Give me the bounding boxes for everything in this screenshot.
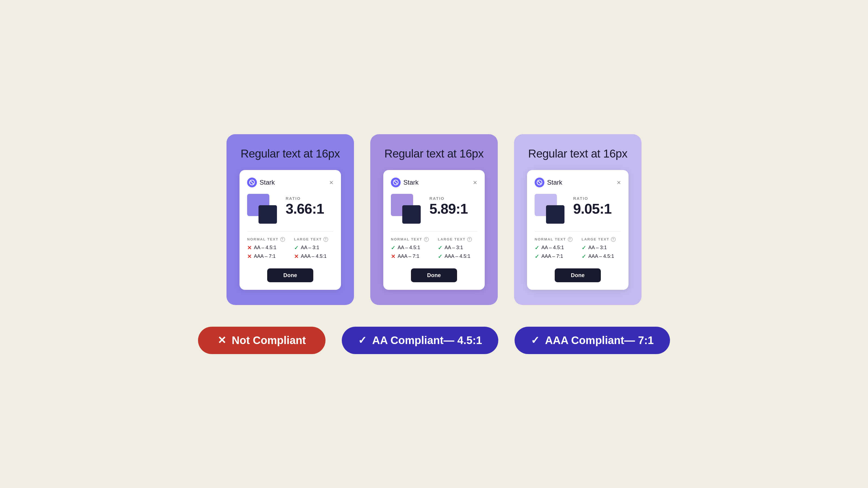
check-icon: ✓ [535, 253, 539, 260]
card-title-3: Regular text at 16px [528, 147, 627, 160]
large-text-help-icon[interactable]: ? [323, 237, 328, 242]
badge-label-1: Not Compliant [231, 334, 306, 347]
badge-badge-aaa-compliant: ✓AAA Compliant— 7:1 [515, 327, 670, 354]
color-swatch [391, 194, 421, 224]
cross-icon: ✕ [247, 245, 252, 251]
normal-text-label: NORMAL TEXT? [247, 237, 286, 242]
normal-compliance-item-2: ✕AAA – 7:1 [391, 253, 430, 260]
compliance-level-text: AA – 4.5:1 [398, 245, 420, 251]
badge-badge-not-compliant: ✕Not Compliant [198, 327, 326, 354]
done-button[interactable]: Done [555, 268, 601, 282]
svg-line-1 [250, 181, 254, 184]
badge-label-3: AAA Compliant— 7:1 [545, 334, 654, 347]
normal-compliance-item-1: ✓AA – 4.5:1 [535, 245, 574, 251]
check-icon: ✓ [438, 245, 442, 251]
ratio-label: RATIO [286, 196, 324, 201]
large-text-label: LARGE TEXT? [438, 237, 477, 242]
compliance-level-text: AA – 4.5:1 [541, 245, 564, 251]
card-1: Regular text at 16px Stark×RATIO3.66:1NO… [226, 134, 354, 305]
normal-text-label: NORMAL TEXT? [535, 237, 574, 242]
normal-compliance-item-2: ✕AAA – 7:1 [247, 253, 286, 260]
card-3: Regular text at 16px Stark×RATIO9.05:1NO… [514, 134, 642, 305]
compliance-level-text: AA – 4.5:1 [254, 245, 276, 251]
large-compliance-item-1: ✓AA – 3:1 [582, 245, 621, 251]
stark-panel-3: Stark×RATIO9.05:1NORMAL TEXT?✓AA – 4.5:1… [527, 170, 628, 290]
stark-panel-1: Stark×RATIO3.66:1NORMAL TEXT?✕AA – 4.5:1… [240, 170, 341, 290]
compliance-level-text: AAA – 7:1 [254, 254, 276, 259]
badge-label-2: AA Compliant— 4.5:1 [372, 334, 482, 347]
large-text-help-icon[interactable]: ? [467, 237, 472, 242]
compliance-level-text: AAA – 7:1 [541, 254, 563, 259]
badge-icon-1: ✕ [218, 334, 226, 346]
panel-close-button[interactable]: × [329, 179, 333, 186]
large-compliance-item-1: ✓AA – 3:1 [438, 245, 477, 251]
compliance-level-text: AA – 3:1 [301, 245, 319, 251]
panel-close-button[interactable]: × [473, 179, 477, 186]
large-compliance-item-1: ✓AA – 3:1 [294, 245, 333, 251]
large-compliance-item-2: ✓AAA – 4.5:1 [582, 253, 621, 260]
cross-icon: ✕ [247, 253, 252, 260]
compliance-level-text: AA – 3:1 [444, 245, 463, 251]
compliance-level-text: AAA – 4.5:1 [301, 254, 327, 259]
check-icon: ✓ [391, 245, 396, 251]
normal-compliance-item-2: ✓AAA – 7:1 [535, 253, 574, 260]
large-compliance-item-2: ✕AAA – 4.5:1 [294, 253, 333, 260]
ratio-value: 9.05:1 [573, 202, 611, 216]
stark-brand-name: Stark [259, 178, 275, 186]
done-button[interactable]: Done [267, 268, 314, 282]
stark-logo-icon [391, 177, 401, 187]
ratio-label: RATIO [429, 196, 468, 201]
stark-logo-icon [535, 177, 545, 187]
large-text-label: LARGE TEXT? [294, 237, 333, 242]
cards-row: Regular text at 16px Stark×RATIO3.66:1NO… [226, 134, 642, 305]
stark-brand-name: Stark [403, 178, 418, 186]
ratio-value: 5.89:1 [429, 202, 468, 216]
svg-line-3 [394, 181, 398, 184]
check-icon: ✓ [535, 245, 539, 251]
card-title-1: Regular text at 16px [241, 147, 340, 160]
card-2: Regular text at 16px Stark×RATIO5.89:1NO… [370, 134, 498, 305]
check-icon: ✓ [294, 245, 299, 251]
normal-text-help-icon[interactable]: ? [424, 237, 429, 242]
color-swatch [535, 194, 564, 224]
compliance-level-text: AA – 3:1 [588, 245, 607, 251]
cross-icon: ✕ [294, 253, 299, 260]
cross-icon: ✕ [391, 253, 396, 260]
panel-close-button[interactable]: × [617, 179, 621, 186]
ratio-value: 3.66:1 [286, 202, 324, 216]
large-compliance-item-2: ✓AAA – 4.5:1 [438, 253, 477, 260]
normal-compliance-item-1: ✕AA – 4.5:1 [247, 245, 286, 251]
done-button[interactable]: Done [411, 268, 457, 282]
ratio-label: RATIO [573, 196, 611, 201]
card-title-2: Regular text at 16px [384, 147, 484, 160]
badge-icon-3: ✓ [531, 334, 539, 346]
stark-brand-name: Stark [547, 178, 562, 186]
color-swatch [247, 194, 277, 224]
check-icon: ✓ [438, 253, 442, 260]
stark-logo-icon [247, 177, 257, 187]
compliance-level-text: AAA – 4.5:1 [444, 254, 470, 259]
check-icon: ✓ [582, 253, 586, 260]
large-text-help-icon[interactable]: ? [611, 237, 616, 242]
stark-panel-2: Stark×RATIO5.89:1NORMAL TEXT?✓AA – 4.5:1… [383, 170, 485, 290]
compliance-level-text: AAA – 7:1 [398, 254, 420, 259]
large-text-label: LARGE TEXT? [582, 237, 621, 242]
badges-row: ✕Not Compliant✓AA Compliant— 4.5:1✓AAA C… [198, 327, 670, 354]
normal-text-label: NORMAL TEXT? [391, 237, 430, 242]
compliance-level-text: AAA – 4.5:1 [588, 254, 614, 259]
check-icon: ✓ [582, 245, 586, 251]
normal-text-help-icon[interactable]: ? [568, 237, 572, 242]
badge-badge-aa-compliant: ✓AA Compliant— 4.5:1 [342, 327, 498, 354]
svg-line-5 [538, 181, 541, 184]
normal-text-help-icon[interactable]: ? [280, 237, 285, 242]
normal-compliance-item-1: ✓AA – 4.5:1 [391, 245, 430, 251]
badge-icon-2: ✓ [358, 334, 367, 346]
